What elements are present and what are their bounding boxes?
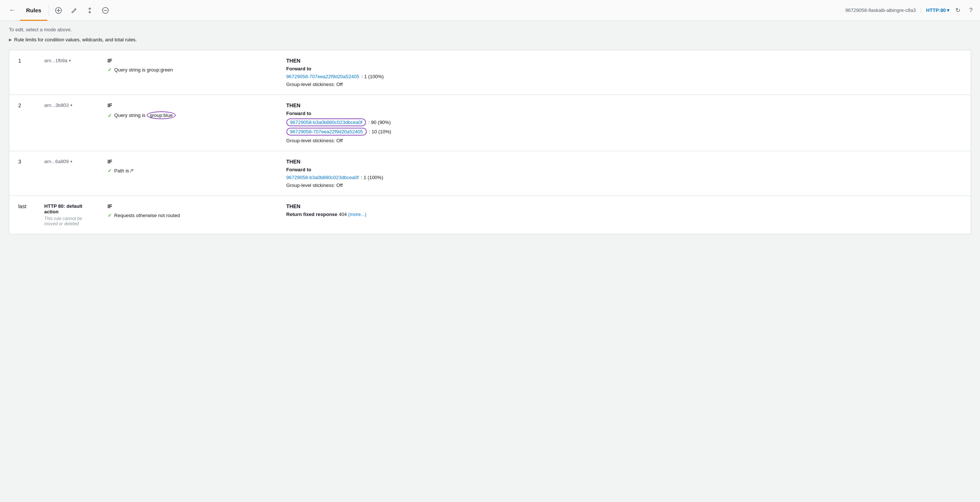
target-row-2-2: 96729058-707eea22f9d20a52405 : 10 (10%) [286, 128, 962, 135]
add-icon [55, 7, 62, 14]
then-label-3: THEN [286, 159, 962, 164]
back-button[interactable]: ← [5, 3, 20, 17]
target-weight-3-1: : 1 (100%) [361, 175, 383, 180]
target-link-3-1[interactable]: 96729058-b3a0b880c023dbcea0f [286, 175, 359, 180]
rule-arn-last: HTTP 80: default action This rule cannot… [35, 196, 99, 234]
rule-arn-1: arn...1fb9a ▾ [35, 50, 99, 95]
if-label-last: IF [108, 203, 269, 209]
condition-row-1: ✓ Query string is group:green [108, 67, 269, 73]
condition-row-2: ✓ Query string is group:blue [108, 112, 269, 119]
rule-then-1: THEN Forward to 96729058-707eea22f9d20a5… [277, 50, 971, 95]
collapsible-rule-limits[interactable]: ▶ Rule limits for condition values, wild… [9, 37, 971, 43]
return-fixed-text: Return fixed response 404 (more...) [286, 212, 962, 217]
arn-text-2: arn...3b803 [44, 102, 69, 108]
info-text: To edit, select a mode above. [9, 27, 971, 32]
forward-label-2: Forward to [286, 111, 962, 116]
condition-text-last: Requests otherwise not routed [114, 213, 180, 218]
toolbar-v-separator: | [920, 8, 922, 13]
check-icon-last: ✓ [108, 212, 112, 218]
check-icon-3: ✓ [108, 167, 112, 174]
condition-row-3: ✓ Path is /* [108, 167, 269, 174]
condition-value-highlight-2: group:blue [147, 112, 175, 119]
arn-text-1: arn...1fb9a [44, 58, 67, 63]
reorder-icon [86, 7, 93, 14]
rule-if-last: IF ✓ Requests otherwise not routed [99, 196, 277, 234]
stickiness-2: Group-level stickiness: Off [286, 138, 962, 143]
arn-dropdown-3[interactable]: ▾ [70, 159, 72, 164]
condition-text-1: Query string is group:green [114, 67, 173, 73]
rule-arn-2: arn...3b803 ▾ [35, 95, 99, 151]
return-fixed-label: Return fixed response [286, 212, 337, 217]
if-label-2: IF [108, 102, 269, 108]
rule-number-3: 3 [9, 151, 35, 196]
rules-table: 1 arn...1fb9a ▾ IF ✓ Query string is gro… [9, 50, 971, 234]
target-weight-1-1: : 1 (100%) [361, 74, 384, 79]
protocol-selector[interactable]: HTTP:80 ▾ [926, 8, 950, 13]
condition-row-last: ✓ Requests otherwise not routed [108, 212, 269, 218]
reorder-button[interactable] [82, 4, 97, 17]
rule-then-3: THEN Forward to 96729058-b3a0b880c023dbc… [277, 151, 971, 196]
last-row-subtitle: This rule cannot be moved or deleted [44, 216, 90, 226]
delete-icon [102, 7, 109, 14]
protocol-label: HTTP:80 [926, 8, 946, 13]
help-button[interactable]: ? [966, 6, 975, 15]
rule-if-1: IF ✓ Query string is group:green [99, 50, 277, 95]
rule-number-2: 2 [9, 95, 35, 151]
target-link-1-1[interactable]: 96729058-707eea22f9d20a52405 [286, 74, 359, 79]
refresh-button[interactable]: ↻ [953, 5, 963, 15]
chevron-right-icon: ▶ [9, 38, 12, 42]
collapsible-label: Rule limits for condition values, wildca… [14, 37, 137, 43]
rule-if-2: IF ✓ Query string is group:blue [99, 95, 277, 151]
if-label-1: IF [108, 58, 269, 64]
resource-name: 96729058-flaskalb-albingre-c8a3 [845, 8, 916, 13]
target-weight-2-2: : 10 (10%) [369, 129, 391, 134]
if-label-3: IF [108, 159, 269, 164]
table-row: 2 arn...3b803 ▾ IF ✓ Query string is gro… [9, 95, 971, 151]
table-row: 1 arn...1fb9a ▾ IF ✓ Query string is gro… [9, 50, 971, 95]
rule-if-3: IF ✓ Path is /* [99, 151, 277, 196]
protocol-chevron-icon: ▾ [947, 8, 950, 13]
edit-button[interactable] [66, 4, 82, 17]
arn-dropdown-2[interactable]: ▾ [70, 103, 72, 107]
then-label-last: THEN [286, 203, 962, 209]
edit-icon [71, 7, 78, 14]
table-row: 3 arn...6a809 ▾ IF ✓ Path is /* THEN [9, 151, 971, 196]
check-icon-1: ✓ [108, 67, 112, 73]
separator [49, 5, 49, 16]
forward-label-1: Forward to [286, 66, 962, 72]
add-rule-button[interactable] [51, 4, 66, 17]
rules-tab[interactable]: Rules [20, 0, 47, 21]
delete-button[interactable] [97, 4, 113, 17]
last-row-title: HTTP 80: default action [44, 203, 90, 215]
condition-text-2: Query string is group:blue [114, 112, 176, 119]
toolbar-left: ← Rules [5, 0, 113, 21]
forward-label-3: Forward to [286, 167, 962, 172]
toolbar-right: 96729058-flaskalb-albingre-c8a3 | HTTP:8… [845, 5, 975, 15]
target-link-2-2[interactable]: 96729058-707eea22f9d20a52405 [286, 128, 367, 135]
stickiness-1: Group-level stickiness: Off [286, 81, 962, 87]
rule-number-last: last [9, 196, 35, 234]
target-weight-2-1: : 90 (90%) [368, 120, 391, 125]
target-row-3-1: 96729058-b3a0b880c023dbcea0f : 1 (100%) [286, 175, 962, 180]
content-area: To edit, select a mode above. ▶ Rule lim… [0, 21, 980, 240]
more-link[interactable]: (more...) [348, 212, 366, 217]
target-row-2-1: 96729058-b3a0b880c023dbcea0f : 90 (90%) [286, 118, 962, 126]
rule-then-2: THEN Forward to 96729058-b3a0b880c023dbc… [277, 95, 971, 151]
then-label-1: THEN [286, 58, 962, 64]
arn-text-3: arn...6a809 [44, 159, 69, 164]
check-icon-2: ✓ [108, 113, 112, 118]
rule-arn-3: arn...6a809 ▾ [35, 151, 99, 196]
stickiness-3: Group-level stickiness: Off [286, 182, 962, 188]
condition-text-3: Path is /* [114, 168, 134, 174]
target-row-1-1: 96729058-707eea22f9d20a52405 : 1 (100%) [286, 74, 962, 79]
arn-dropdown-1[interactable]: ▾ [69, 59, 71, 62]
target-link-2-1[interactable]: 96729058-b3a0b880c023dbcea0f [286, 118, 366, 126]
rule-then-last: THEN Return fixed response 404 (more...) [277, 196, 971, 234]
then-label-2: THEN [286, 102, 962, 108]
table-row: last HTTP 80: default action This rule c… [9, 196, 971, 234]
toolbar: ← Rules [0, 0, 980, 21]
rule-number-1: 1 [9, 50, 35, 95]
